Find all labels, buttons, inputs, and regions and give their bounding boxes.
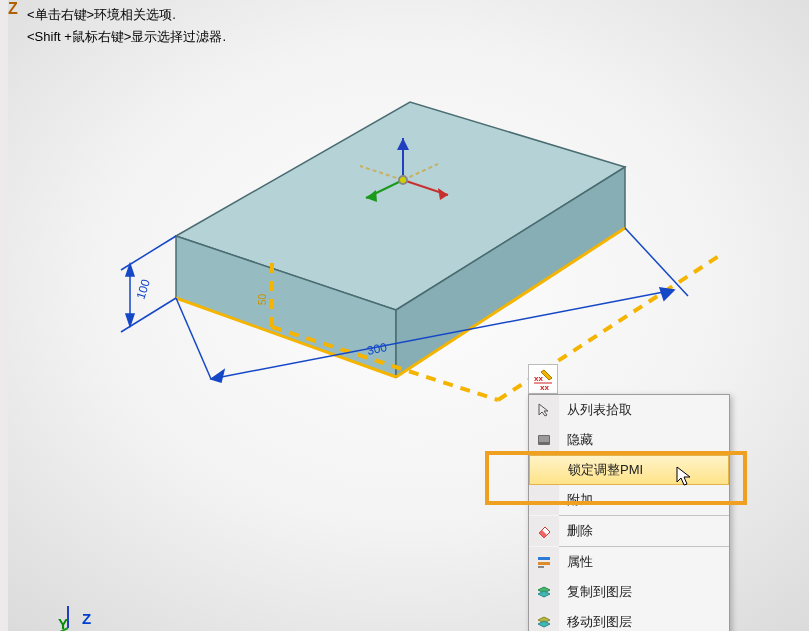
svg-line-21 [403,180,448,195]
properties-icon [536,554,552,570]
dimension-tool-chip[interactable]: xx xx [528,364,558,394]
menu-pick-from-list[interactable]: 从列表拾取 [529,395,729,425]
cad-viewport[interactable]: <单击右键>环境相关选项. <Shift +鼠标右键>显示选择过滤器. 100 [0,0,809,631]
menu-label: 移动到图层 [559,613,729,631]
svg-line-6 [176,298,396,377]
menu-label: 复制到图层 [559,583,729,601]
menu-attach[interactable]: 附加 [529,485,729,515]
svg-line-16 [211,290,674,379]
layers-move-icon [536,614,552,630]
svg-line-23 [366,180,403,198]
svg-marker-2 [396,167,625,377]
menu-move-to-layer[interactable]: 移动到图层 [529,607,729,631]
menu-lock-adjust-pmi[interactable]: 锁定调整PMI [529,455,729,485]
axis-label-y: Y [58,615,68,631]
svg-marker-37 [539,404,548,416]
svg-line-27 [360,166,403,180]
svg-rect-39 [539,436,549,442]
eraser-icon [536,523,552,539]
svg-point-29 [399,176,407,184]
svg-line-9 [121,298,176,332]
svg-marker-18 [660,288,674,300]
menu-label: 隐藏 [559,431,729,449]
svg-text:xx: xx [540,383,549,390]
svg-text:xx: xx [534,374,543,383]
svg-marker-26 [397,138,409,150]
svg-line-4 [272,327,498,400]
svg-rect-44 [538,566,544,568]
menu-copy-to-layer[interactable]: 复制到图层 [529,577,729,607]
svg-marker-0 [176,102,625,310]
svg-marker-17 [211,370,224,382]
menu-properties[interactable]: 属性 [529,547,729,577]
hide-icon [536,432,552,448]
svg-marker-1 [176,236,396,377]
menu-label: 属性 [559,553,729,571]
menu-label: 删除 [559,522,729,540]
svg-marker-48 [538,621,550,627]
svg-text:50: 50 [257,293,268,305]
svg-line-7 [396,228,625,377]
svg-rect-43 [538,562,550,565]
layers-copy-icon [536,584,552,600]
svg-text:300: 300 [366,340,389,358]
context-menu: 从列表拾取 隐藏 锁定调整PMI 附加 删除 属性 复制到图层 [528,394,730,631]
menu-label: 附加 [559,491,729,509]
svg-marker-11 [126,264,134,276]
svg-rect-42 [538,557,550,560]
menu-delete[interactable]: 删除 [529,516,729,546]
menu-label: 从列表拾取 [559,401,729,419]
svg-marker-22 [438,188,448,200]
svg-text:100: 100 [134,277,154,301]
menu-label: 锁定调整PMI [560,461,728,479]
svg-marker-24 [366,190,377,202]
hint-shiftrightclick: <Shift +鼠标右键>显示选择过滤器. [27,28,226,46]
cursor-icon [536,402,552,418]
dimension-xx-icon: xx xx [532,368,554,390]
hint-rightclick: <单击右键>环境相关选项. [27,6,176,24]
svg-marker-46 [538,591,550,597]
svg-marker-12 [126,314,134,326]
svg-line-14 [176,298,211,379]
svg-line-28 [403,164,438,180]
menu-hide[interactable]: 隐藏 [529,425,729,455]
svg-line-8 [121,236,176,270]
svg-line-15 [625,228,688,296]
axis-label-z: Z [82,610,91,627]
